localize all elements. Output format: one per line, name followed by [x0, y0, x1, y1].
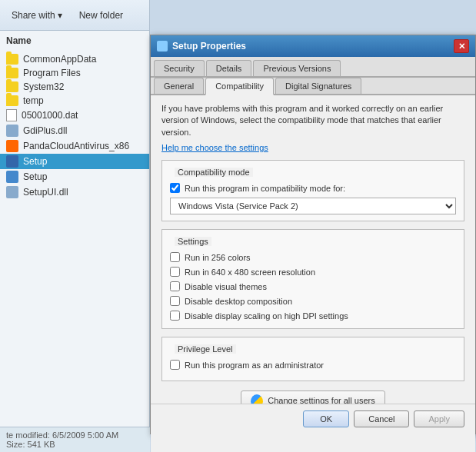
file-name: PandaCloudAntivirus_x86	[23, 141, 129, 151]
settings-checkbox-2[interactable]	[170, 281, 180, 291]
settings-checkboxes: Run in 256 colorsRun in 640 x 480 screen…	[170, 252, 456, 321]
file-item[interactable]: 05001000.dat	[0, 108, 149, 123]
compatibility-mode-group: Compatibility mode Run this program in c…	[161, 160, 464, 221]
new-folder-button[interactable]: New folder	[74, 7, 128, 24]
dialog-title: Setup Properties	[172, 41, 246, 52]
status-line1: te modified: 6/5/2009 5:00 AM	[6, 430, 144, 440]
share-chevron-icon: ▾	[58, 10, 62, 21]
file-name: temp	[23, 95, 44, 106]
file-name: 05001000.dat	[22, 110, 78, 121]
file-name: Setup	[23, 171, 47, 182]
settings-checkbox-1[interactable]	[170, 267, 180, 277]
settings-checkbox-4[interactable]	[170, 311, 180, 321]
tab-digital-signatures[interactable]: Digital Signatures	[275, 78, 361, 94]
file-list-header: Name	[0, 31, 149, 51]
dialog-title-icon	[157, 41, 168, 52]
settings-label-4: Disable display scaling on high DPI sett…	[185, 311, 348, 321]
file-name: System32	[23, 81, 64, 92]
ok-button[interactable]: OK	[303, 410, 349, 427]
file-name: SetupUI.dll	[23, 187, 68, 198]
file-item[interactable]: System32	[0, 80, 149, 94]
info-text: If you have problems with this program a…	[161, 103, 464, 138]
file-name: GdiPlus.dll	[23, 125, 67, 136]
settings-item-1: Run in 640 x 480 screen resolution	[170, 267, 456, 277]
settings-label-3: Disable desktop composition	[185, 297, 292, 306]
file-item[interactable]: temp	[0, 94, 149, 108]
exe-icon	[6, 171, 18, 183]
privilege-title: Privilege Level	[175, 344, 236, 354]
share-with-button[interactable]: Share with ▾	[6, 7, 68, 24]
setup-shield-icon	[6, 155, 18, 168]
privilege-checkbox[interactable]	[170, 360, 180, 370]
privilege-group: Privilege Level Run this program as an a…	[161, 337, 464, 381]
settings-item-0: Run in 256 colors	[170, 252, 456, 262]
privilege-checkbox-row: Run this program as an administrator	[170, 360, 456, 370]
file-list: CommonAppDataProgram FilesSystem32temp05…	[0, 51, 149, 201]
doc-icon	[6, 109, 17, 121]
file-item[interactable]: Setup	[0, 154, 149, 169]
settings-checkbox-0[interactable]	[170, 252, 180, 262]
cancel-button[interactable]: Cancel	[354, 410, 409, 427]
settings-item-2: Disable visual themes	[170, 281, 456, 291]
settings-title: Settings	[175, 237, 211, 246]
tab-details[interactable]: Details	[206, 60, 252, 76]
file-name: Program Files	[23, 68, 81, 78]
compatibility-mode-label: Run this program in compatibility mode f…	[185, 184, 345, 193]
dialog-tabs: Security Details Previous Versions	[151, 57, 475, 78]
properties-dialog: Setup Properties ✕ Security Details Prev…	[150, 35, 476, 434]
tab-general[interactable]: General	[154, 78, 204, 94]
folder-icon	[6, 68, 18, 78]
share-with-label: Share with	[12, 10, 55, 21]
compatibility-mode-checkbox-row: Run this program in compatibility mode f…	[170, 183, 456, 193]
file-item[interactable]: GdiPlus.dll	[0, 123, 149, 138]
settings-checkbox-3[interactable]	[170, 296, 180, 306]
folder-icon	[6, 54, 18, 65]
dialog-body: If you have problems with this program a…	[151, 95, 475, 452]
compatibility-dropdown[interactable]: Windows Vista (Service Pack 2)Windows XP…	[170, 198, 456, 214]
panda-icon	[6, 140, 18, 152]
tab-security[interactable]: Security	[154, 60, 205, 76]
file-item[interactable]: PandaCloudAntivirus_x86	[0, 138, 149, 154]
file-name: CommonAppData	[23, 54, 96, 65]
status-line2: Size: 541 KB	[6, 440, 144, 449]
file-item[interactable]: Program Files	[0, 66, 149, 80]
explorer-panel: Share with ▾ New folder Name CommonAppDa…	[0, 0, 150, 452]
new-folder-label: New folder	[79, 10, 123, 21]
file-item[interactable]: CommonAppData	[0, 52, 149, 66]
explorer-status: te modified: 6/5/2009 5:00 AM Size: 541 …	[0, 427, 150, 452]
apply-button[interactable]: Apply	[414, 410, 464, 427]
dll-icon	[6, 125, 18, 137]
compatibility-mode-checkbox[interactable]	[170, 183, 180, 193]
dialog-footer: OK Cancel Apply	[151, 404, 475, 434]
compatibility-dropdown-row: Windows Vista (Service Pack 2)Windows XP…	[170, 198, 456, 214]
dialog-close-button[interactable]: ✕	[454, 39, 469, 53]
explorer-toolbar: Share with ▾ New folder	[0, 0, 149, 31]
settings-label-2: Disable visual themes	[185, 282, 267, 291]
folder-icon	[6, 95, 18, 106]
tab-compatibility[interactable]: Compatibility	[205, 78, 274, 95]
dialog-titlebar: Setup Properties ✕	[151, 35, 475, 57]
file-name: Setup	[23, 156, 47, 167]
settings-group: Settings Run in 256 colorsRun in 640 x 4…	[161, 229, 464, 329]
dll-icon	[6, 186, 18, 198]
help-link[interactable]: Help me choose the settings	[161, 143, 464, 152]
settings-label-1: Run in 640 x 480 screen resolution	[185, 268, 315, 277]
privilege-label: Run this program as an administrator	[185, 361, 324, 370]
folder-icon	[6, 81, 18, 92]
tab-previous-versions[interactable]: Previous Versions	[253, 60, 341, 76]
dialog-tabs-row2: General Compatibility Digital Signatures	[151, 78, 475, 95]
file-item[interactable]: Setup	[0, 169, 149, 184]
settings-label-0: Run in 256 colors	[185, 253, 251, 262]
compatibility-mode-title: Compatibility mode	[175, 168, 253, 177]
file-item[interactable]: SetupUI.dll	[0, 184, 149, 200]
settings-item-4: Disable display scaling on high DPI sett…	[170, 311, 456, 321]
settings-item-3: Disable desktop composition	[170, 296, 456, 306]
